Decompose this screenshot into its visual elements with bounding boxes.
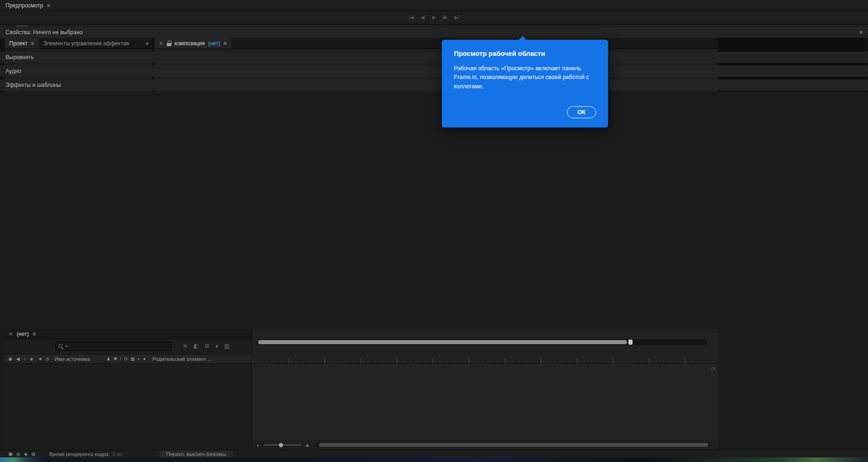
shy-icon[interactable]: ♟	[107, 356, 111, 361]
video-eye-icon[interactable]: ◉	[8, 356, 12, 361]
timeline-tab[interactable]: ✕ (нет) ≡	[5, 329, 252, 339]
preview-status-icon[interactable]: ◍	[31, 451, 36, 456]
time-navigator-track[interactable]	[257, 339, 707, 345]
av-feature-icons: ◉ ◀ ○ ◈	[8, 356, 33, 361]
align-panel-header[interactable]: Выровнять	[0, 52, 868, 63]
tab-composition-status: (нет)	[208, 40, 220, 47]
toggle-switches-modes-label: Перекл. выключ./режимы	[166, 451, 226, 457]
toggle-switches-modes-button[interactable]: Перекл. выключ./режимы	[160, 450, 233, 458]
timeline-left-column: ✕ (нет) ≡ ▾ ≋ ◧ ⊞ ♦ ▧ ◉	[5, 329, 252, 450]
effects-presets-label: Эффекты и шаблоны	[6, 82, 61, 88]
label-column-icon[interactable]: ◆	[39, 357, 42, 361]
collapse-transformations-icon[interactable]: ✺	[113, 356, 117, 361]
dialog-body-text: Рабочая область «Просмотр» включает пане…	[454, 64, 592, 91]
preview-panel-menu-icon[interactable]: ≡	[47, 2, 50, 9]
preview-panel: Предпросмотр ≡ |◀ ◀| ▶ |▶ ▶|	[0, 0, 868, 24]
graph-editor-icon[interactable]: ▧	[224, 343, 229, 349]
tab-effect-controls-label: Элементы управления эффектами	[43, 40, 129, 47]
render-time-label: Время рендеринга кадра:	[49, 451, 110, 457]
search-caret-icon: ▾	[66, 344, 67, 348]
multi-frame-rendering-icon[interactable]: ▣	[8, 451, 12, 456]
lock-icon[interactable]	[167, 43, 171, 46]
last-frame-button[interactable]: ▶|	[454, 15, 459, 20]
timeline-tab-close-icon[interactable]: ✕	[8, 331, 13, 337]
frame-blend-switch-icon[interactable]: ▦	[130, 356, 134, 361]
frame-blending-icon[interactable]: ⊞	[205, 343, 209, 349]
project-tabs-overflow-chevron[interactable]: »	[142, 38, 152, 49]
adjustment-layer-icon[interactable]: ●	[143, 356, 146, 361]
properties-panel-header[interactable]: Свойства: Ничего не выбрано ≡	[0, 27, 868, 38]
timeline-zoom-slider[interactable]	[264, 444, 301, 445]
first-frame-button[interactable]: |◀	[409, 15, 414, 20]
effects-switch-icon[interactable]: fx	[124, 356, 128, 361]
transport-controls: |◀ ◀| ▶ |▶ ▶|	[0, 11, 868, 24]
audio-speaker-icon[interactable]: ◀	[16, 356, 20, 361]
tab-composition[interactable]: ✕ композиция (нет) ≡	[154, 38, 231, 49]
effects-presets-panel-header[interactable]: Эффекты и шаблоны	[0, 79, 868, 91]
timeline-search-input[interactable]: ▾	[55, 341, 172, 351]
audio-label: Аудио	[6, 68, 21, 74]
timeline-panel-menu-icon[interactable]: ≡	[32, 331, 36, 337]
status-bar: ▣ ◎ ◈ ◍ Время рендеринга кадра: 0 мс Пер…	[0, 450, 868, 457]
track-area[interactable]: ◷	[253, 364, 718, 440]
previous-frame-button[interactable]: ◀|	[421, 15, 425, 20]
cache-status-icon[interactable]: ◈	[24, 451, 28, 456]
timeline-toolbar: ▾ ≋ ◧ ⊞ ♦ ▧	[5, 339, 252, 354]
dialog-title: Просмотр рабочей области	[454, 50, 596, 57]
time-indicator-icon[interactable]: ◷	[711, 365, 715, 371]
tab-project[interactable]: Проект ≡	[5, 38, 39, 49]
desktop-wallpaper-sliver	[0, 457, 868, 462]
timeline-tab-label: (нет)	[17, 331, 29, 337]
quality-icon[interactable]: \	[120, 356, 121, 361]
status-icons: ▣ ◎ ◈ ◍	[0, 451, 36, 456]
timeline-panel: ✕ (нет) ≡ ▾ ≋ ◧ ⊞ ♦ ▧ ◉	[5, 329, 718, 450]
lock-icon[interactable]: ◈	[30, 356, 33, 361]
align-label: Выровнять	[6, 54, 34, 61]
tab-close-icon[interactable]: ✕	[159, 40, 163, 47]
composition-flow-icon[interactable]: ≋	[183, 343, 187, 349]
render-time-value: 0 мс	[113, 451, 123, 457]
preview-panel-label: Предпросмотр	[6, 2, 43, 9]
play-button[interactable]: ▶	[432, 15, 436, 20]
timeline-view-icons: ≋ ◧ ⊞ ♦ ▧	[183, 343, 229, 349]
timeline-zoom-bar: ▲ ▲	[253, 440, 718, 450]
tab-effect-controls[interactable]: Элементы управления эффектами	[39, 38, 129, 49]
search-icon	[59, 344, 64, 349]
next-frame-button[interactable]: |▶	[443, 15, 447, 20]
composition-panel-menu-icon[interactable]: ≡	[223, 40, 227, 47]
project-panel-tabs: Проект ≡ Элементы управления эффектами »	[5, 38, 152, 49]
timeline-track-area: ◷ ▲ ▲	[253, 329, 718, 450]
motion-blur-switch-icon[interactable]: ◐	[138, 356, 140, 361]
gpu-status-icon[interactable]: ◎	[16, 451, 20, 456]
properties-menu-icon[interactable]: ≡	[859, 29, 862, 36]
layer-switch-icons: ♟ ✺ \ fx ▦ ◐ ●	[107, 356, 146, 361]
zoom-in-mountain-icon[interactable]: ▲	[305, 442, 310, 448]
time-ruler[interactable]	[253, 346, 718, 364]
time-navigator-handle[interactable]	[258, 340, 627, 344]
app-window: Ae Adobe After Effects 2024 - Безымянный…	[0, 0, 868, 462]
tab-project-label: Проект	[9, 40, 28, 47]
project-panel-menu-icon[interactable]: ≡	[31, 40, 34, 47]
draft-3d-icon[interactable]: ◧	[193, 343, 199, 349]
ok-button[interactable]: ОК	[567, 106, 596, 118]
scrollbar-handle[interactable]	[319, 443, 708, 447]
timeline-horizontal-scrollbar[interactable]	[315, 443, 712, 447]
source-name-column[interactable]: Имя источника	[54, 356, 90, 362]
time-navigator-knob[interactable]	[628, 340, 633, 345]
review-workspace-dialog: Просмотр рабочей области Рабочая область…	[442, 40, 608, 128]
zoom-out-mountain-icon[interactable]: ▲	[256, 444, 259, 447]
timeline-column-headers: ◉ ◀ ○ ◈ ◆ # Имя источника ♟ ✺ \ fx ▦ ◐ ●	[5, 354, 252, 364]
solo-icon[interactable]: ○	[23, 356, 26, 361]
layer-list-area[interactable]	[5, 364, 252, 450]
properties-label: Свойства: Ничего не выбрано	[6, 29, 83, 36]
preview-panel-tab[interactable]: Предпросмотр ≡	[0, 0, 868, 11]
audio-panel-header[interactable]: Аудио	[0, 66, 868, 77]
composition-panel-tabs: ✕ композиция (нет) ≡	[154, 38, 718, 49]
zoom-slider-knob[interactable]	[279, 443, 283, 447]
tab-composition-label: композиция	[175, 40, 205, 47]
layer-number-column[interactable]: #	[46, 356, 49, 362]
parent-link-column[interactable]: Родительский элемент ...	[152, 356, 211, 362]
motion-blur-icon[interactable]: ♦	[215, 343, 218, 349]
